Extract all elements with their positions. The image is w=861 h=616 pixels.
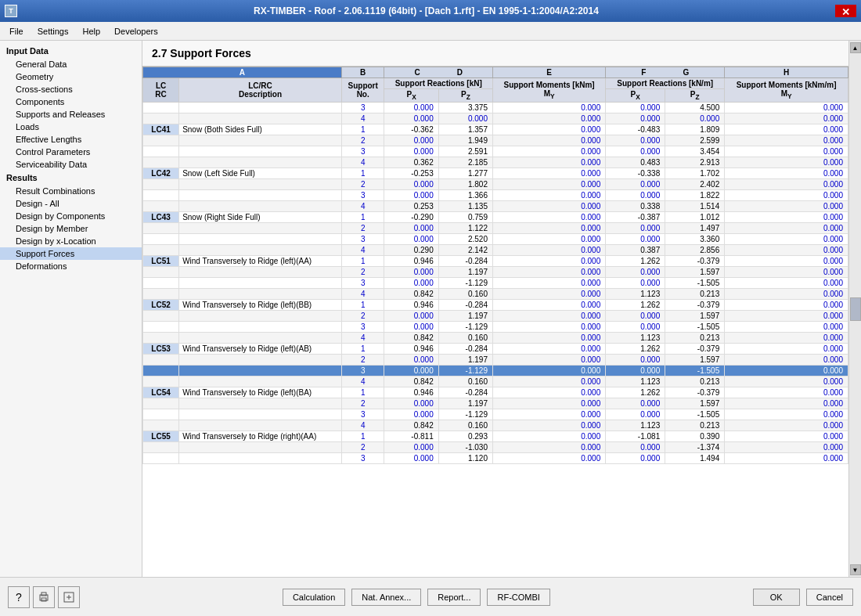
px-cell: 0.842 [384, 289, 438, 300]
px-cell: 0.000 [384, 234, 438, 245]
my-e-cell: 0.000 [492, 442, 605, 453]
sidebar-item-result-combinations[interactable]: Result Combinations [0, 185, 142, 197]
sidebar-item-serviceability[interactable]: Serviceability Data [0, 158, 142, 171]
sidebar-item-geometry[interactable]: Geometry [0, 70, 142, 83]
pz-cell: 1.357 [438, 124, 492, 135]
no-cell: 3 [341, 322, 384, 333]
sidebar-item-cross-sections[interactable]: Cross-sections [0, 83, 142, 95]
my-e-cell: 0.000 [492, 398, 605, 409]
menu-file[interactable]: File [3, 25, 30, 38]
table-row: LC54Wind Transversely to Ridge (left)(BA… [143, 387, 848, 398]
pz-cell: 2.185 [438, 157, 492, 168]
table-container[interactable]: A B C D E F G H LCRC LC/RCDescription S [142, 67, 848, 577]
main-layout: Input Data General Data Geometry Cross-s… [0, 41, 861, 577]
support-reactions-knm-header: Support Reactions [kN/m] [606, 78, 725, 89]
print-icon-btn[interactable] [33, 586, 55, 608]
pz-cell: 1.949 [438, 135, 492, 146]
lc-cell [143, 289, 179, 300]
sidebar-item-design-all[interactable]: Design - All [0, 197, 142, 210]
sidebar-item-design-components[interactable]: Design by Components [0, 210, 142, 222]
pz-cell: 2.591 [438, 146, 492, 157]
px-f-cell: 1.123 [606, 376, 665, 387]
calculation-button[interactable]: Calculation [283, 589, 345, 606]
lc-cell [143, 113, 179, 124]
report-button[interactable]: Report... [427, 589, 481, 606]
rf-combi-button[interactable]: RF-COMBI [487, 589, 549, 606]
support-moments-knm-header: Support Moments [kNm]MY [492, 78, 605, 103]
sidebar-item-effective-lengths[interactable]: Effective Lengths [0, 133, 142, 146]
scroll-thumb[interactable] [850, 297, 861, 321]
lc-cell [143, 333, 179, 344]
table-body: 30.0003.3750.0000.0004.5000.00040.0000.0… [143, 103, 848, 464]
scroll-down[interactable]: ▼ [850, 564, 861, 575]
no-cell: 4 [341, 420, 384, 431]
app-icon: T [5, 5, 17, 17]
sidebar-item-control-params[interactable]: Control Parameters [0, 146, 142, 158]
px-cell: 0.362 [384, 157, 438, 168]
pz-g-cell: 2.402 [665, 179, 725, 190]
no-cell: 1 [341, 300, 384, 311]
desc-cell [179, 146, 342, 157]
lc-cell [143, 398, 179, 409]
scroll-up[interactable]: ▲ [850, 42, 861, 53]
px-f-cell: 0.338 [606, 201, 665, 212]
no-cell: 1 [341, 387, 384, 398]
cancel-button[interactable]: Cancel [806, 589, 853, 606]
table-row: 20.0001.1970.0000.0001.5970.000 [143, 355, 848, 366]
table-row: 30.0001.1200.0000.0001.4940.000 [143, 453, 848, 464]
no-cell: 2 [341, 223, 384, 234]
pz-g-cell: 2.913 [665, 157, 725, 168]
nat-annex-button[interactable]: Nat. Annex... [351, 589, 421, 606]
my-h-cell: 0.000 [725, 376, 848, 387]
no-cell: 3 [341, 409, 384, 420]
px-cell: 0.000 [384, 113, 438, 124]
my-e-cell: 0.000 [492, 245, 605, 256]
sidebar-item-deformations[interactable]: Deformations [0, 260, 142, 272]
sidebar-item-general-data[interactable]: General Data [0, 58, 142, 70]
px-f-cell: -0.483 [606, 124, 665, 135]
my-e-cell: 0.000 [492, 278, 605, 289]
my-e-cell: 0.000 [492, 333, 605, 344]
my-h-cell: 0.000 [725, 212, 848, 223]
table-row: 40.2902.1420.0000.3872.8560.000 [143, 245, 848, 256]
px-cell: 0.000 [384, 398, 438, 409]
sidebar-item-components[interactable]: Components [0, 95, 142, 108]
ok-button[interactable]: OK [753, 589, 800, 606]
my-h-cell: 0.000 [725, 146, 848, 157]
no-cell: 2 [341, 267, 384, 278]
export-icon-btn[interactable] [58, 586, 80, 608]
sidebar-item-supports-releases[interactable]: Supports and Releases [0, 108, 142, 121]
table-row: 20.0001.8020.0000.0002.4020.000 [143, 179, 848, 190]
sidebar-item-design-location[interactable]: Design by x-Location [0, 235, 142, 247]
desc-cell [179, 103, 342, 113]
pz-cell: 0.293 [438, 431, 492, 442]
help-icon-btn[interactable]: ? [8, 586, 30, 608]
my-h-cell: 0.000 [725, 431, 848, 442]
no-cell: 1 [341, 212, 384, 223]
menu-developers[interactable]: Developers [108, 25, 164, 38]
sidebar-item-design-member[interactable]: Design by Member [0, 222, 142, 235]
pz-g-cell: -0.379 [665, 300, 725, 311]
sidebar-item-support-forces[interactable]: Support Forces [0, 247, 142, 260]
lc-cell: LC41 [143, 124, 179, 135]
bottom-toolbar: ? Calculation Nat. Annex... Report... RF… [0, 577, 861, 616]
lc-cell: LC53 [143, 344, 179, 355]
lc-cell [143, 267, 179, 278]
lc-cell [143, 322, 179, 333]
menu-help[interactable]: Help [76, 25, 106, 38]
title-bar: T RX-TIMBER - Roof - 2.06.1119 (64bit) -… [0, 0, 861, 22]
px-f-cell: 0.000 [606, 355, 665, 366]
close-button[interactable]: ✕ [835, 5, 856, 17]
menu-bar: File Settings Help Developers [0, 22, 861, 41]
my-h-cell: 0.000 [725, 179, 848, 190]
px-cell: 0.946 [384, 256, 438, 267]
scrollbar[interactable]: ▲ ▼ [848, 41, 861, 577]
menu-settings[interactable]: Settings [31, 25, 75, 38]
px-cell: 0.946 [384, 387, 438, 398]
sidebar-item-loads[interactable]: Loads [0, 121, 142, 133]
support-forces-table: A B C D E F G H LCRC LC/RCDescription S [142, 67, 848, 464]
lc-rc-header: LCRC [143, 78, 179, 103]
px-f-cell: 0.000 [606, 190, 665, 201]
my-e-cell: 0.000 [492, 453, 605, 464]
px-f-cell: 0.000 [606, 366, 665, 376]
